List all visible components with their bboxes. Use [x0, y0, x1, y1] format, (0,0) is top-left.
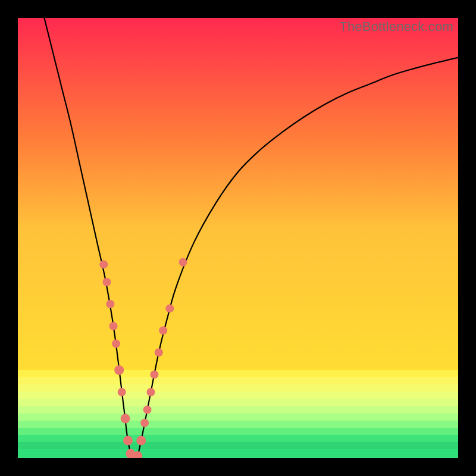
data-marker: [179, 258, 187, 267]
data-marker: [140, 419, 149, 427]
data-marker: [112, 340, 120, 348]
data-marker: [114, 365, 124, 375]
data-marker: [155, 348, 163, 356]
data-marker: [118, 388, 126, 396]
data-marker: [136, 436, 146, 445]
curve-svg: [18, 18, 458, 458]
chart-frame: TheBottleneck.com: [0, 0, 476, 476]
data-marker: [102, 278, 111, 286]
data-marker: [146, 388, 155, 396]
data-marker: [109, 322, 118, 330]
data-marker: [123, 436, 133, 445]
data-marker: [165, 304, 174, 312]
data-marker: [159, 326, 167, 334]
data-marker: [121, 414, 130, 423]
data-marker: [99, 260, 108, 268]
plot-area: TheBottleneck.com: [18, 18, 458, 458]
data-marker: [106, 300, 114, 308]
data-marker: [143, 406, 152, 414]
data-marker: [150, 370, 158, 378]
bottleneck-curve-path: [44, 18, 458, 458]
